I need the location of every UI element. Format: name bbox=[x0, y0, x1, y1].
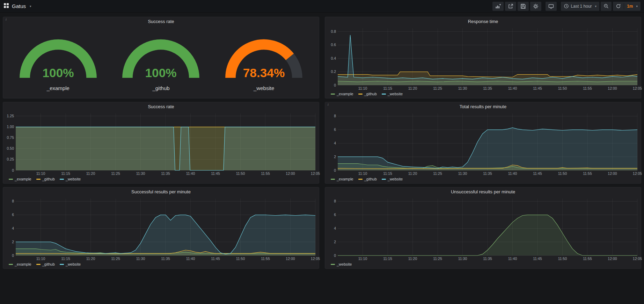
y-tick-label: 0.50 bbox=[7, 146, 14, 150]
legend-item-_example[interactable]: _example bbox=[331, 177, 353, 181]
x-tick-label: 11:40 bbox=[508, 257, 517, 261]
x-tick-label: 11:40 bbox=[186, 257, 195, 261]
chart-unsuccessful-results[interactable]: 11:1011:1511:2011:2511:3011:3511:4011:45… bbox=[325, 196, 641, 261]
top-navbar: Gatus ▾ bbox=[0, 0, 644, 13]
panel-header[interactable]: Success rate bbox=[3, 17, 319, 26]
legend-item-_website[interactable]: _website bbox=[382, 177, 403, 181]
panel-successful-results: Successful results per minute 11:1011:15… bbox=[3, 187, 319, 269]
legend-item-_example[interactable]: _example bbox=[9, 262, 31, 266]
panel-response-time: Response time 11:1011:1511:2011:2511:301… bbox=[325, 17, 641, 98]
panel-header[interactable]: Total results per minute bbox=[325, 102, 641, 111]
panel-info-icon[interactable]: i bbox=[327, 103, 330, 106]
legend-color-dash bbox=[358, 179, 363, 180]
refresh-icon bbox=[616, 3, 621, 9]
legend-item-_website[interactable]: _website bbox=[60, 177, 81, 181]
x-tick-label: 12:05 bbox=[633, 171, 642, 176]
y-tick-label: 2 bbox=[334, 155, 336, 159]
chart-canvas: 11:1011:1511:2011:2511:3011:3511:4011:45… bbox=[327, 196, 642, 261]
chart-canvas: 11:1011:1511:2011:2511:3011:3511:4011:45… bbox=[327, 111, 642, 176]
x-tick-label: 11:15 bbox=[61, 171, 70, 176]
chevron-down-icon: ▾ bbox=[30, 5, 31, 8]
gauge-label: _example bbox=[47, 85, 69, 91]
legend-color-dash bbox=[36, 264, 41, 265]
x-tick-label: 11:35 bbox=[161, 257, 170, 261]
y-tick-label: 0 bbox=[334, 253, 336, 258]
x-tick-label: 11:25 bbox=[111, 171, 120, 176]
x-tick-label: 11:20 bbox=[86, 171, 95, 176]
save-button[interactable] bbox=[518, 2, 529, 11]
legend-item-_example[interactable]: _example bbox=[9, 177, 31, 181]
series-fill-_website bbox=[338, 128, 637, 170]
legend-item-_website[interactable]: _website bbox=[331, 262, 352, 266]
legend: _website bbox=[325, 261, 641, 268]
legend-item-_github[interactable]: _github bbox=[36, 177, 55, 181]
x-tick-label: 11:10 bbox=[36, 171, 45, 176]
legend-item-_github[interactable]: _github bbox=[36, 262, 55, 266]
x-tick-label: 11:15 bbox=[383, 257, 392, 261]
legend-series-name: _github bbox=[42, 262, 55, 266]
x-tick-label: 11:55 bbox=[261, 257, 270, 261]
panel-info-icon[interactable]: i bbox=[5, 17, 8, 21]
legend-item-_github[interactable]: _github bbox=[358, 92, 377, 96]
x-tick-label: 11:50 bbox=[558, 171, 567, 176]
legend-series-name: _example bbox=[337, 92, 353, 96]
legend-color-dash bbox=[36, 179, 41, 180]
legend-color-dash bbox=[331, 264, 335, 265]
y-tick-label: 0.2 bbox=[331, 69, 336, 74]
x-tick-label: 12:00 bbox=[608, 86, 617, 90]
y-tick-label: 0.25 bbox=[7, 157, 14, 161]
dashboard-grid: i Success rate 100%_example100%_github78… bbox=[0, 13, 644, 273]
x-tick-label: 11:15 bbox=[383, 86, 392, 90]
y-tick-label: 0.6 bbox=[331, 43, 336, 47]
share-button[interactable] bbox=[505, 2, 516, 11]
panel-header[interactable]: Unsuccessful results per minute bbox=[325, 187, 641, 196]
y-tick-label: 8 bbox=[334, 199, 336, 203]
tv-mode-button[interactable] bbox=[546, 2, 557, 11]
x-tick-label: 12:00 bbox=[608, 257, 617, 261]
panel-title: Response time bbox=[468, 19, 498, 24]
x-tick-label: 11:35 bbox=[483, 257, 492, 261]
monitor-icon bbox=[548, 3, 554, 9]
panel-unsuccessful-results: Unsuccessful results per minute 11:1011:… bbox=[325, 187, 641, 269]
x-tick-label: 11:20 bbox=[408, 86, 417, 90]
chevron-down-icon: ▾ bbox=[595, 5, 597, 8]
x-tick-label: 11:10 bbox=[358, 86, 367, 90]
settings-button[interactable] bbox=[530, 2, 541, 11]
add-panel-button[interactable] bbox=[492, 2, 504, 11]
legend-item-_example[interactable]: _example bbox=[331, 92, 353, 96]
panel-title: Success rate bbox=[148, 19, 174, 24]
y-tick-label: 0.8 bbox=[331, 29, 336, 34]
x-tick-label: 12:05 bbox=[633, 257, 642, 261]
legend-item-_website[interactable]: _website bbox=[382, 92, 403, 96]
series-fill-_website bbox=[16, 127, 315, 170]
panel-header[interactable]: Successful results per minute bbox=[3, 187, 319, 196]
dashboard-title: Gatus bbox=[12, 3, 26, 9]
dashboard-title-button[interactable]: Gatus ▾ bbox=[3, 3, 31, 10]
legend-item-_website[interactable]: _website bbox=[60, 262, 81, 266]
legend-item-_github[interactable]: _github bbox=[358, 177, 377, 181]
panel-header[interactable]: Success rate bbox=[3, 102, 319, 111]
chart-total-results[interactable]: 11:1011:1511:2011:2511:3011:3511:4011:45… bbox=[325, 111, 641, 176]
time-range-button[interactable]: Last 1 hour ▾ bbox=[561, 2, 600, 11]
legend-color-dash bbox=[358, 94, 363, 95]
chart-success-rate[interactable]: 11:1011:1511:2011:2511:3011:3511:4011:45… bbox=[3, 111, 319, 176]
chart-successful-results[interactable]: 11:1011:1511:2011:2511:3011:3511:4011:45… bbox=[3, 196, 319, 261]
legend-series-name: _github bbox=[364, 92, 377, 96]
x-tick-label: 11:55 bbox=[583, 171, 592, 176]
gauge-label: _website bbox=[254, 85, 274, 91]
x-tick-label: 12:05 bbox=[633, 86, 642, 90]
refresh-button[interactable]: 1m ▾ bbox=[613, 2, 641, 11]
zoom-out-button[interactable] bbox=[601, 2, 612, 11]
x-tick-label: 12:00 bbox=[286, 171, 295, 176]
legend-series-name: _example bbox=[15, 262, 31, 266]
gauge-_github: 100%_github bbox=[113, 32, 208, 91]
panel-header[interactable]: Response time bbox=[325, 17, 641, 26]
gauge-arc: 100% bbox=[10, 32, 106, 83]
chart-response-time[interactable]: 11:1011:1511:2011:2511:3011:3511:4011:45… bbox=[325, 26, 641, 91]
y-tick-label: 0 bbox=[334, 83, 336, 87]
x-tick-label: 11:50 bbox=[558, 257, 567, 261]
x-tick-label: 11:30 bbox=[458, 257, 467, 261]
x-tick-label: 11:20 bbox=[408, 171, 417, 176]
x-tick-label: 11:50 bbox=[236, 257, 245, 261]
x-tick-label: 11:30 bbox=[136, 171, 145, 176]
